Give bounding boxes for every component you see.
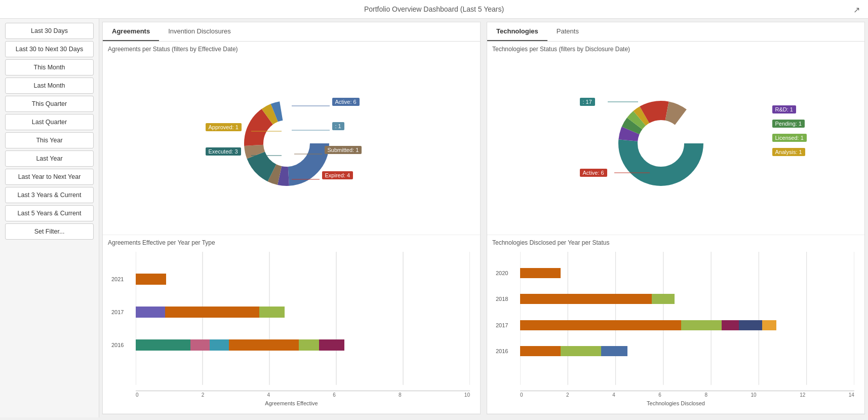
x-label: 10 xyxy=(751,392,756,398)
x-label: 0 xyxy=(136,392,139,398)
sidebar-btn[interactable]: Last Month xyxy=(5,78,94,94)
x-label: 6 xyxy=(333,392,336,398)
technologies-donut-section: Technologies per Status (filters by Disc… xyxy=(487,42,864,235)
label-one: : 1 xyxy=(332,122,344,130)
bar-seg xyxy=(190,339,210,351)
label-approved: Approved: 1 xyxy=(206,123,242,131)
x-label: 8 xyxy=(704,392,707,398)
label-17: : 17 xyxy=(580,98,595,106)
x-label: 0 xyxy=(520,392,523,398)
sidebar-btn[interactable]: This Quarter xyxy=(5,96,94,112)
bar-seg xyxy=(601,346,627,356)
bar-seg xyxy=(136,307,165,318)
year-2018: 2018 xyxy=(496,296,508,302)
bar-seg xyxy=(229,339,299,351)
technologies-axis-title: Technologies Disclosed xyxy=(492,400,859,409)
technologies-tabs: TechnologiesPatents xyxy=(487,22,864,42)
tech-bar-rows: 2020 2018 xyxy=(520,252,854,372)
bar-row-2020: 2020 xyxy=(520,268,854,278)
export-icon[interactable]: ↗ xyxy=(853,5,860,15)
bar-rows: 2021 2017 xyxy=(136,252,470,372)
technologies-panel: TechnologiesPatents Technologies per Sta… xyxy=(487,22,865,414)
label-pending: Pending: 1 xyxy=(772,120,805,128)
bar-seg xyxy=(210,339,229,351)
year-label-2016: 2016 xyxy=(111,342,124,348)
year-2020: 2020 xyxy=(496,270,508,276)
dashboard-title: Portfolio Overview Dashboard (Last 5 Yea… xyxy=(364,5,504,13)
content-area: AgreementsInvention Disclosures Agreemen… xyxy=(99,19,868,417)
tech-x-axis: 0 2 4 6 8 10 12 14 xyxy=(520,391,854,398)
bar-segments-2016 xyxy=(136,339,344,351)
label-executed: Executed: 3 xyxy=(206,147,241,156)
technologies-donut-title: Technologies per Status (filters by Disc… xyxy=(492,46,859,53)
bar-seg xyxy=(762,320,776,330)
bar-seg xyxy=(722,320,739,330)
bar-seg xyxy=(319,339,344,351)
sidebar-btn[interactable]: Last 5 Years & Current xyxy=(5,205,94,221)
bar-seg xyxy=(520,268,561,278)
sidebar-btn[interactable]: Last Year xyxy=(5,150,94,167)
bar-seg xyxy=(259,307,285,318)
year-2017-tech: 2017 xyxy=(496,322,508,328)
x-label: 12 xyxy=(800,392,805,398)
label-analysis: Analysis: 1 xyxy=(772,148,805,156)
sidebar: Last 30 DaysLast 30 to Next 30 DaysThis … xyxy=(0,19,99,417)
x-label: 4 xyxy=(612,392,615,398)
bar-seg xyxy=(520,346,561,356)
bar-seg xyxy=(739,320,762,330)
x-label: 6 xyxy=(658,392,661,398)
x-label: 14 xyxy=(849,392,854,398)
bar-seg xyxy=(652,294,675,304)
bar-seg xyxy=(681,320,722,330)
technologies-panel-body: Technologies per Status (filters by Disc… xyxy=(487,42,864,414)
technologies-bar-section: Technologies Disclosed per Year per Stat… xyxy=(487,235,864,414)
bar-row-2017-tech: 2017 xyxy=(520,320,854,330)
x-label: 2 xyxy=(202,392,205,398)
x-axis: 0 2 4 6 8 10 xyxy=(136,391,470,398)
bar-row-2016-tech: 2016 xyxy=(520,346,854,356)
top-bar: Portfolio Overview Dashboard (Last 5 Yea… xyxy=(0,0,868,19)
bar-row-2021: 2021 xyxy=(136,274,470,285)
tab-technologies[interactable]: Technologies xyxy=(487,22,547,41)
year-2016-tech: 2016 xyxy=(496,348,508,354)
svg-point-28 xyxy=(639,121,683,166)
label-active-tech: Active: 6 xyxy=(580,169,607,177)
agreements-panel-body: Agreements per Status (filters by Effect… xyxy=(103,42,480,414)
sidebar-btn[interactable]: Last Year to Next Year xyxy=(5,169,94,185)
agreements-donut-title: Agreements per Status (filters by Effect… xyxy=(108,46,475,53)
bar-seg xyxy=(165,307,259,318)
sidebar-btn[interactable]: This Month xyxy=(5,59,94,75)
agreements-donut-container: Active: 6 : 1 xyxy=(108,56,475,231)
agreements-bar-chart: 2021 2017 xyxy=(108,249,475,400)
bar-segments-2021 xyxy=(136,274,166,285)
technologies-donut-container: : 17 R&D: 1 Pending: 1 xyxy=(492,56,859,231)
year-label-2017: 2017 xyxy=(111,309,124,315)
sidebar-btn[interactable]: Set Filter... xyxy=(5,223,94,240)
bar-row-2018: 2018 xyxy=(520,294,854,304)
sidebar-btn[interactable]: This Year xyxy=(5,132,94,148)
bar-seg xyxy=(520,320,681,330)
bar-segments-2017 xyxy=(136,307,285,318)
bar-row-2016: 2016 xyxy=(136,339,470,351)
bar-seg xyxy=(136,339,190,351)
tab-patents[interactable]: Patents xyxy=(547,22,588,41)
tab-agreements[interactable]: Agreements xyxy=(103,22,159,41)
sidebar-btn[interactable]: Last 30 Days xyxy=(5,23,94,39)
label-active: Active: 6 xyxy=(332,98,360,106)
x-label: 2 xyxy=(566,392,569,398)
bar-seg xyxy=(299,339,319,351)
bar-row-2017: 2017 xyxy=(136,307,470,318)
bar-seg xyxy=(561,346,601,356)
technologies-bar-title: Technologies Disclosed per Year per Stat… xyxy=(492,239,859,246)
agreements-donut-section: Agreements per Status (filters by Effect… xyxy=(103,42,480,235)
bar-seg xyxy=(520,294,652,304)
bar-seg xyxy=(136,274,166,285)
tab-invention-disclosures[interactable]: Invention Disclosures xyxy=(159,22,240,41)
agreements-tabs: AgreementsInvention Disclosures xyxy=(103,22,480,42)
agreements-axis-title: Agreements Effective xyxy=(108,400,475,409)
sidebar-btn[interactable]: Last 30 to Next 30 Days xyxy=(5,41,94,57)
sidebar-btn[interactable]: Last Quarter xyxy=(5,114,94,130)
agreements-bar-title: Agreements Effective per Year per Type xyxy=(108,239,475,246)
agreements-panel: AgreementsInvention Disclosures Agreemen… xyxy=(102,22,481,414)
sidebar-btn[interactable]: Last 3 Years & Current xyxy=(5,187,94,203)
